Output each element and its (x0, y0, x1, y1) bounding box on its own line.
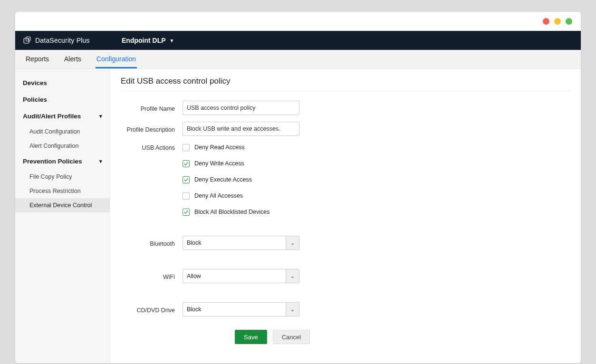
sidebar-item-audit-configuration[interactable]: Audit Configuration (15, 125, 110, 139)
label-profile-name: Profile Name (121, 104, 183, 112)
sidebar: Devices Policies Audit/Alert Profiles ▾ … (15, 69, 110, 363)
body: Devices Policies Audit/Alert Profiles ▾ … (15, 69, 581, 363)
chevron-down-icon: ▾ (99, 158, 102, 164)
chevron-down-icon: ⌄ (286, 236, 299, 249)
brand-icon (23, 36, 31, 45)
cancel-button[interactable]: Cancel (273, 330, 310, 344)
usb-action-row: Block All Blocklisted Devices (183, 207, 269, 217)
window-chrome (15, 12, 581, 31)
chevron-down-icon: ⌄ (286, 303, 299, 316)
subnav: Reports Alerts Configuration (15, 50, 581, 69)
sidebar-item-devices[interactable]: Devices (15, 75, 110, 91)
usb-action-row: Deny Write Access (183, 159, 269, 168)
usb-action-row: Deny All Accesses (183, 191, 269, 201)
label-profile-description: Profile Description (121, 125, 183, 133)
main-panel: Edit USB access control policy Profile N… (110, 69, 581, 363)
usb-action-label: Block All Blocklisted Devices (194, 209, 269, 215)
usb-action-label: Deny Execute Access (194, 176, 252, 183)
sidebar-item-process-restriction[interactable]: Process Restriction (15, 184, 110, 198)
module-label: Endpoint DLP (122, 37, 166, 44)
chevron-down-icon: ▾ (99, 113, 102, 119)
sidebar-item-file-copy-policy[interactable]: File Copy Policy (15, 170, 110, 184)
label-cddvd: CD/DVD Drive (121, 305, 183, 314)
save-button[interactable]: Save (235, 330, 267, 344)
profile-name-input[interactable] (183, 101, 299, 115)
sidebar-label: Audit/Alert Profiles (23, 113, 81, 120)
usb-action-checkbox-3[interactable] (183, 192, 190, 200)
bluetooth-select[interactable]: Block ⌄ (183, 236, 299, 250)
usb-action-checkbox-4[interactable] (183, 209, 190, 216)
usb-action-checkbox-0[interactable] (183, 144, 190, 151)
sidebar-label: Prevention Policies (23, 158, 82, 165)
usb-action-checkbox-1[interactable] (183, 160, 190, 167)
tab-alerts[interactable]: Alerts (63, 50, 82, 68)
module-switch[interactable]: Endpoint DLP ▼ (122, 37, 174, 44)
form-actions: Save Cancel (235, 330, 570, 344)
sidebar-item-audit-profiles[interactable]: Audit/Alert Profiles ▾ (15, 108, 110, 125)
wifi-select-value: Allow (183, 269, 286, 283)
page-title: Edit USB access control policy (121, 77, 570, 91)
tab-configuration[interactable]: Configuration (96, 50, 137, 68)
profile-description-input[interactable] (183, 122, 299, 136)
window-close-dot[interactable] (543, 18, 549, 25)
topbar: DataSecurity Plus Endpoint DLP ▼ (15, 31, 581, 50)
sidebar-item-policies[interactable]: Policies (15, 91, 110, 108)
bluetooth-select-value: Block (183, 236, 286, 249)
svg-point-2 (28, 38, 29, 39)
label-wifi: WiFi (121, 272, 183, 280)
label-usb-actions: USB Actions (121, 143, 183, 151)
chevron-down-icon: ⌄ (286, 269, 299, 283)
sidebar-label: Policies (23, 96, 47, 103)
usb-action-label: Deny Read Access (194, 144, 245, 151)
caret-down-icon: ▼ (170, 38, 174, 43)
usb-action-label: Deny Write Access (194, 160, 244, 167)
app-window: DataSecurity Plus Endpoint DLP ▼ Reports… (15, 12, 581, 363)
usb-action-checkbox-2[interactable] (183, 176, 190, 183)
window-min-dot[interactable] (554, 18, 561, 25)
sidebar-label: Devices (23, 79, 47, 86)
cddvd-select-value: Block (183, 303, 286, 316)
usb-action-row: Deny Read Access (183, 143, 269, 152)
window-max-dot[interactable] (566, 18, 572, 25)
usb-action-label: Deny All Accesses (194, 192, 243, 199)
sidebar-item-alert-configuration[interactable]: Alert Configuration (15, 139, 110, 153)
sidebar-item-prevention-policies[interactable]: Prevention Policies ▾ (15, 153, 110, 170)
cddvd-select[interactable]: Block ⌄ (183, 302, 299, 316)
tab-reports[interactable]: Reports (25, 50, 50, 68)
brand-label: DataSecurity Plus (35, 37, 90, 44)
usb-actions-group: Deny Read AccessDeny Write AccessDeny Ex… (183, 143, 269, 217)
wifi-select[interactable]: Allow ⌄ (183, 269, 299, 283)
sidebar-item-external-device-control[interactable]: External Device Control (15, 198, 110, 212)
label-bluetooth: Bluetooth (121, 239, 183, 247)
usb-action-row: Deny Execute Access (183, 175, 269, 184)
brand[interactable]: DataSecurity Plus (23, 36, 108, 45)
